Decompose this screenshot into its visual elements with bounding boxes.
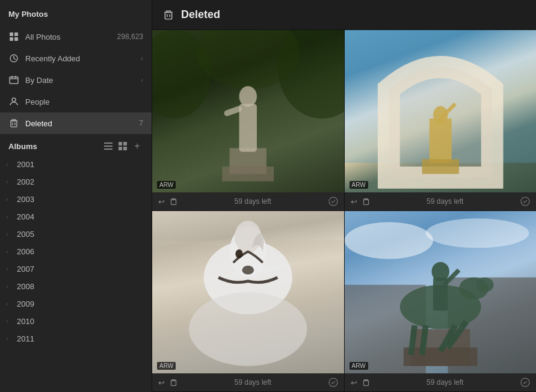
svg-rect-36 (422, 159, 458, 174)
album-chevron-icon: › (6, 266, 13, 272)
delete-icon-1[interactable] (170, 198, 177, 206)
photo-footer-1: ↩ 59 days left (152, 192, 344, 210)
svg-line-61 (411, 325, 414, 355)
albums-header: Albums + (0, 134, 152, 156)
svg-point-45 (242, 266, 254, 275)
sidebar-item-by-date[interactable]: By Date ‹ (0, 69, 152, 91)
album-label: 2009 (17, 299, 34, 308)
recently-added-label: Recently Added (25, 54, 135, 63)
svg-rect-31 (171, 200, 176, 204)
deleted-count: 7 (139, 119, 143, 127)
album-item-2007[interactable]: › 2007 (0, 260, 152, 278)
arw-badge-2: ARW (350, 181, 368, 189)
svg-rect-15 (104, 149, 112, 150)
albums-add-button[interactable]: + (131, 140, 143, 152)
sidebar-item-all-photos[interactable]: All Photos 298,623 (0, 26, 152, 47)
albums-grid-view-button[interactable] (117, 140, 129, 152)
sidebar-item-deleted[interactable]: Deleted 7 (0, 112, 152, 134)
svg-rect-27 (222, 167, 274, 182)
album-chevron-icon: › (6, 161, 13, 168)
album-chevron-icon: › (6, 231, 13, 237)
undo-icon-2[interactable]: ↩ (351, 197, 357, 206)
calendar-icon (8, 75, 19, 85)
person-icon (8, 96, 19, 107)
svg-rect-3 (14, 37, 18, 41)
check-icon-4[interactable] (520, 378, 530, 387)
undo-icon-1[interactable]: ↩ (158, 197, 165, 206)
photos-grid: ARW ↩ 59 days left (152, 30, 536, 392)
album-label: 2001 (17, 160, 34, 169)
sidebar-item-people[interactable]: People (0, 91, 152, 112)
album-chevron-icon: › (6, 318, 13, 325)
album-chevron-icon: › (6, 248, 13, 255)
album-chevron-icon: › (6, 335, 13, 342)
album-list: › 2001 › 2002 › 2003 › 2004 › 2005 › 200… (0, 156, 152, 348)
album-chevron-icon: › (6, 196, 13, 203)
delete-icon-2[interactable] (362, 198, 370, 206)
photo-image-4[interactable]: ARW (345, 211, 537, 373)
album-item-2011[interactable]: › 2011 (0, 330, 152, 348)
album-label: 2006 (17, 247, 34, 256)
undo-icon-3[interactable]: ↩ (158, 378, 165, 387)
trash-icon (8, 118, 19, 129)
svg-line-62 (422, 325, 425, 355)
recently-added-chevron-icon: ‹ (141, 55, 143, 62)
svg-rect-1 (14, 32, 18, 36)
album-item-2001[interactable]: › 2001 (0, 156, 152, 173)
arw-badge-4: ARW (350, 362, 368, 370)
album-chevron-icon: › (6, 213, 13, 220)
arw-badge-3: ARW (157, 362, 176, 370)
by-date-label: By Date (25, 76, 135, 85)
photo-image-3[interactable]: ARW (152, 211, 344, 373)
album-item-2002[interactable]: › 2002 (0, 173, 152, 191)
photos-row-2: ARW ↩ 59 days left (152, 211, 536, 392)
photo-cell-2: ARW ↩ 59 days left (345, 30, 537, 210)
delete-icon-3[interactable] (170, 379, 177, 387)
album-item-2005[interactable]: › 2005 (0, 225, 152, 243)
main-title: Deleted (181, 8, 220, 21)
album-item-2008[interactable]: › 2008 (0, 278, 152, 295)
album-label: 2011 (17, 334, 34, 343)
album-label: 2007 (17, 265, 34, 274)
svg-point-46 (189, 292, 307, 366)
album-item-2009[interactable]: › 2009 (0, 295, 152, 313)
album-label: 2004 (17, 212, 34, 221)
album-label: 2002 (17, 177, 34, 186)
photo-footer-4: ↩ 59 days left (345, 373, 537, 391)
album-label: 2010 (17, 317, 34, 326)
days-left-3: 59 days left (182, 378, 324, 387)
svg-rect-0 (10, 32, 13, 36)
svg-rect-66 (363, 381, 368, 385)
albums-list-view-button[interactable] (102, 140, 114, 152)
check-icon-3[interactable] (328, 378, 338, 387)
people-label: People (25, 97, 143, 106)
photo-image-2[interactable]: ARW (345, 30, 537, 192)
svg-point-9 (12, 98, 16, 102)
header-trash-icon (163, 10, 174, 20)
svg-rect-16 (119, 142, 122, 145)
check-icon-1[interactable] (328, 197, 338, 206)
sidebar: My Photos All Photos 298,623 Recently Ad… (0, 0, 152, 392)
clock-icon (8, 53, 19, 64)
album-item-2006[interactable]: › 2006 (0, 243, 152, 260)
svg-rect-19 (123, 147, 127, 150)
album-item-2004[interactable]: › 2004 (0, 208, 152, 225)
albums-icons: + (102, 140, 143, 152)
photo-image-1[interactable]: ARW (152, 30, 344, 192)
album-item-2003[interactable]: › 2003 (0, 191, 152, 208)
svg-point-64 (431, 262, 449, 281)
undo-icon-4[interactable]: ↩ (351, 378, 357, 387)
svg-rect-5 (10, 77, 18, 84)
delete-icon-4[interactable] (362, 379, 370, 387)
svg-rect-17 (123, 142, 127, 145)
svg-point-51 (425, 218, 529, 248)
sidebar-item-recently-added[interactable]: Recently Added ‹ (0, 47, 152, 69)
arw-badge-1: ARW (157, 181, 176, 189)
album-item-2010[interactable]: › 2010 (0, 313, 152, 330)
photos-row-1: ARW ↩ 59 days left (152, 30, 536, 211)
main-content: Deleted (152, 0, 536, 392)
all-photos-label: All Photos (25, 32, 111, 41)
svg-point-29 (239, 86, 257, 106)
photo-footer-3: ↩ 59 days left (152, 373, 344, 391)
check-icon-2[interactable] (520, 197, 530, 206)
